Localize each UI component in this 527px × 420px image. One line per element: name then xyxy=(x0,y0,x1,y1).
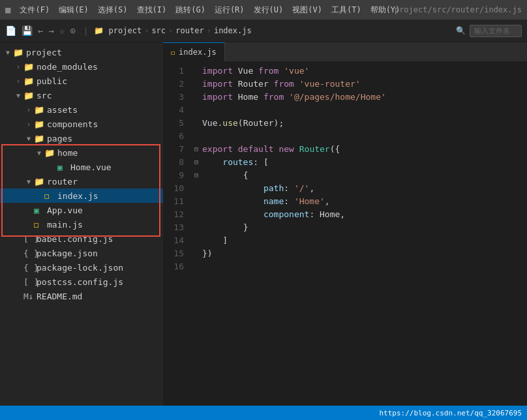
folder-icon-project: 📁 xyxy=(13,48,23,57)
label-appvue: App.vue xyxy=(47,205,83,215)
code-line-9: 9 ⊟ { xyxy=(163,169,527,182)
label-mainjs: main.js xyxy=(47,220,83,230)
file-icon-packagelockjson: { } xyxy=(23,263,34,273)
folder-icon-components: 📁 xyxy=(34,119,44,129)
tab-filename: index.js xyxy=(179,48,217,57)
menu-edit[interactable]: 编辑(E) xyxy=(55,3,93,17)
tree-item-assets[interactable]: › 📁 assets xyxy=(0,102,163,117)
arrow-router: ▼ xyxy=(23,178,34,185)
code-line-15: 15 }) xyxy=(163,247,527,260)
tree-item-src[interactable]: ▼ 📁 src xyxy=(0,88,163,102)
tree-item-packagelockjson[interactable]: › { } package-lock.json xyxy=(0,260,163,275)
menu-tools[interactable]: 工具(T) xyxy=(327,3,365,17)
editor-area: ◻ index.js 1 import Vue from 'vue' 2 imp… xyxy=(163,42,527,420)
tree-item-public[interactable]: › 📁 public xyxy=(0,74,163,88)
folder-icon-src: 📁 xyxy=(23,91,34,100)
forward-icon[interactable]: → xyxy=(48,25,53,36)
code-line-4: 4 xyxy=(163,104,527,117)
tree-item-babelconfig[interactable]: › [ ] babel.config.js xyxy=(0,232,163,246)
tree-item-homevue[interactable]: › ▣ Home.vue xyxy=(0,160,163,174)
label-assets: assets xyxy=(47,105,78,115)
arrow-project: ▼ xyxy=(3,49,13,56)
tree-item-home-folder[interactable]: ▼ 📁 home xyxy=(0,145,163,160)
code-line-13: 13 } xyxy=(163,221,527,234)
breadcrumb-project[interactable]: project xyxy=(109,26,142,35)
code-line-7: 7 ⊟ export default new Router({ xyxy=(163,143,527,156)
menu-jump[interactable]: 跳转(G) xyxy=(172,3,209,17)
window-title: project/src/router/index.js xyxy=(395,5,522,14)
arrow-src: ▼ xyxy=(13,92,23,99)
file-icon-homevue: ▣ xyxy=(57,162,68,172)
search-icon: 🔍 xyxy=(456,26,466,35)
tree-item-packagejson[interactable]: › { } package.json xyxy=(0,246,163,260)
app-icon: ■ xyxy=(5,5,10,15)
code-line-16: 16 xyxy=(163,260,527,273)
menu-view[interactable]: 视图(V) xyxy=(288,3,326,17)
editor-tab-indexjs[interactable]: ◻ index.js xyxy=(163,42,225,61)
arrow-assets: › xyxy=(23,106,34,113)
new-file-icon[interactable]: 📄 xyxy=(5,25,16,36)
title-bar: ■ 文件(F) 编辑(E) 选择(S) 查找(I) 跳转(G) 运行(R) 发行… xyxy=(0,0,527,20)
toolbar-icons: 📄 💾 ← → ☆ ⊙ xyxy=(5,25,76,36)
arrow-public: › xyxy=(13,78,23,85)
file-icon-mainjs: ◻ xyxy=(34,220,44,230)
code-line-3: 3 import Home from '@/pages/home/Home' xyxy=(163,91,527,104)
status-url: https://blog.csdn.net/qq_32067695 xyxy=(379,409,522,417)
menubar: 文件(F) 编辑(E) 选择(S) 查找(I) 跳转(G) 运行(R) 发行(U… xyxy=(16,3,404,17)
label-router: router xyxy=(47,177,78,187)
circle-icon[interactable]: ⊙ xyxy=(70,25,75,36)
breadcrumb: project › src › router › index.js xyxy=(109,26,453,35)
tree-item-indexjs[interactable]: › ◻ index.js xyxy=(0,188,163,203)
tree-item-pages[interactable]: ▼ 📁 pages xyxy=(0,131,163,145)
folder-icon-node_modules: 📁 xyxy=(23,62,34,72)
file-icon-packagejson: { } xyxy=(23,248,34,258)
tree-item-router[interactable]: ▼ 📁 router xyxy=(0,174,163,188)
arrow-home: ▼ xyxy=(34,149,44,157)
label-homevue: Home.vue xyxy=(70,162,112,172)
folder-icon-assets: 📁 xyxy=(34,105,44,115)
back-icon[interactable]: ← xyxy=(38,25,43,36)
tree-item-readmemd[interactable]: › M↓ README.md xyxy=(0,289,163,303)
file-icon-indexjs: ◻ xyxy=(44,191,55,201)
folder-icon-home: 📁 xyxy=(44,148,55,158)
file-icon-postcssconfig: [ ] xyxy=(23,277,34,287)
breadcrumb-indexjs[interactable]: index.js xyxy=(214,26,252,35)
file-icon-appvue: ▣ xyxy=(34,205,44,215)
breadcrumb-src[interactable]: src xyxy=(151,26,166,35)
star-icon[interactable]: ☆ xyxy=(59,25,65,36)
main-layout: ▼ 📁 project › 📁 node_modules › 📁 public … xyxy=(0,42,527,420)
label-node_modules: node_modules xyxy=(37,62,98,72)
label-src: src xyxy=(37,91,52,100)
tree-item-project[interactable]: ▼ 📁 project xyxy=(0,45,163,59)
file-search-input[interactable] xyxy=(470,25,522,37)
code-line-10: 10 path: '/', xyxy=(163,182,527,195)
menu-find[interactable]: 查找(I) xyxy=(133,3,171,17)
code-line-1: 1 import Vue from 'vue' xyxy=(163,65,527,78)
editor-tab-row: ◻ index.js xyxy=(163,42,527,62)
save-icon[interactable]: 💾 xyxy=(22,25,33,36)
file-icon-readmemd: M↓ xyxy=(23,292,34,301)
tree-item-postcssconfig[interactable]: › [ ] postcss.config.js xyxy=(0,275,163,289)
folder-icon-public: 📁 xyxy=(23,76,34,86)
code-line-12: 12 component: Home, xyxy=(163,208,527,221)
tree-item-node_modules[interactable]: › 📁 node_modules xyxy=(0,59,163,74)
tree-item-mainjs[interactable]: › ◻ main.js xyxy=(0,217,163,232)
label-postcssconfig: postcss.config.js xyxy=(37,277,123,287)
menu-publish[interactable]: 发行(U) xyxy=(250,3,288,17)
folder-icon-router: 📁 xyxy=(34,177,44,187)
tree-item-appvue[interactable]: › ▣ App.vue xyxy=(0,203,163,217)
tree-item-components[interactable]: › 📁 components xyxy=(0,117,163,131)
label-home: home xyxy=(57,148,78,158)
label-babelconfig: babel.config.js xyxy=(37,234,113,244)
code-line-14: 14 ] xyxy=(163,234,527,247)
menu-select[interactable]: 选择(S) xyxy=(94,3,132,17)
label-project: project xyxy=(26,48,62,57)
folder-icon-bc: 📁 xyxy=(94,26,104,35)
title-bar-left: ■ xyxy=(5,5,10,15)
menu-file[interactable]: 文件(F) xyxy=(16,3,53,17)
menu-run[interactable]: 运行(R) xyxy=(211,3,248,17)
code-line-2: 2 import Router from 'vue-router' xyxy=(163,78,527,91)
code-line-6: 6 xyxy=(163,130,527,143)
breadcrumb-router[interactable]: router xyxy=(175,26,203,35)
editor-content[interactable]: 1 import Vue from 'vue' 2 import Router … xyxy=(163,62,527,420)
